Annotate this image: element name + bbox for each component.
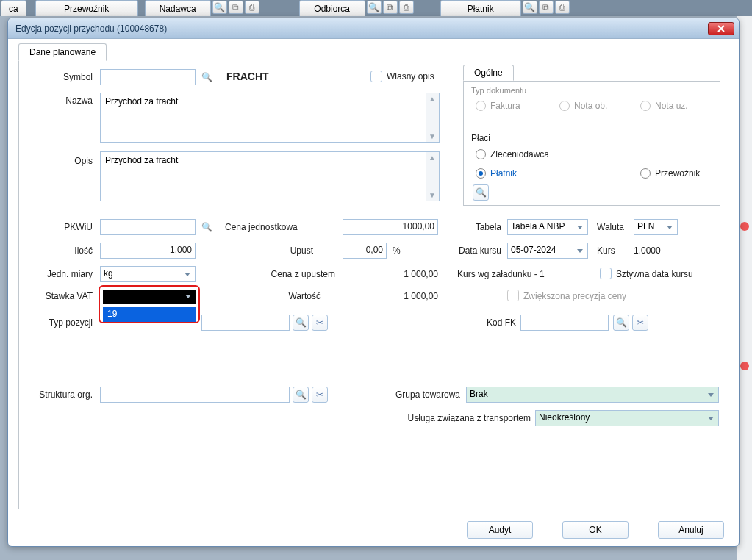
label-percent: % xyxy=(393,245,401,256)
label-zleceniodawca: Zleceniodawca xyxy=(490,149,549,159)
top-tab-nadawca[interactable]: Nadawca xyxy=(145,0,211,16)
value-nazwa: Przychód za fracht xyxy=(105,96,178,107)
input-ilosc[interactable]: 1,000 xyxy=(100,243,196,259)
label-opis: Opis xyxy=(19,156,93,166)
textarea-opis[interactable]: Przychód za fracht ▲ ▼ xyxy=(100,151,440,201)
close-icon xyxy=(717,25,725,32)
radio-przewoznik[interactable] xyxy=(640,168,651,179)
label-symbol: Symbol xyxy=(19,72,93,82)
background-panel xyxy=(737,16,752,560)
value-wartosc: 1 000,00 xyxy=(394,291,438,301)
label-faktura: Faktura xyxy=(490,101,520,111)
radio-platnik[interactable] xyxy=(476,168,486,179)
checkbox-zwiekszona xyxy=(507,290,519,301)
combo-grupa-towarowa[interactable]: Brak xyxy=(466,387,719,403)
value-kurs: 1,0000 xyxy=(634,245,661,256)
value-usluga: Nieokreślony xyxy=(539,412,590,423)
input-struktura[interactable] xyxy=(100,387,290,403)
top-tab-platnik[interactable]: Płatnik xyxy=(440,0,521,16)
platnik-print-icon[interactable]: ⎙ xyxy=(555,1,570,14)
scroll-down-icon[interactable]: ▼ xyxy=(429,132,436,140)
odbiorca-print-icon[interactable]: ⎙ xyxy=(399,1,414,14)
input-symbol[interactable] xyxy=(100,69,196,85)
label-sztywna: Sztywna data kursu xyxy=(616,269,693,279)
combo-stawka-option-19[interactable]: 19 xyxy=(103,307,196,322)
tab-ogolne[interactable]: Ogólne xyxy=(463,65,514,81)
label-struktura: Struktura org. xyxy=(19,390,93,400)
group-placi: Płaci xyxy=(471,133,490,143)
label-tabela: Tabela xyxy=(457,222,501,232)
combo-usluga-transport[interactable]: Nieokreślony xyxy=(535,410,719,426)
input-typ-pozycji[interactable] xyxy=(201,315,290,331)
scroll-down-icon[interactable]: ▼ xyxy=(429,191,436,199)
audyt-button[interactable]: Audyt xyxy=(467,521,533,539)
top-tab-przewoznik[interactable]: Przewoźnik xyxy=(35,0,138,16)
value-tabela: Tabela A NBP xyxy=(511,221,565,231)
label-stawka-vat: Stawka VAT xyxy=(19,291,93,301)
label-kod-fk: Kod FK xyxy=(457,317,516,328)
ok-button[interactable]: OK xyxy=(562,521,629,539)
top-tab-odbiorca[interactable]: Odbiorca xyxy=(299,0,365,16)
label-jedn-miary: Jedn. miary xyxy=(19,269,93,279)
input-upust[interactable]: 0,00 xyxy=(343,243,387,259)
combo-tabela[interactable]: Tabela A NBP xyxy=(507,219,588,235)
scroll-up-icon[interactable]: ▲ xyxy=(429,154,436,162)
checkbox-sztywna[interactable] xyxy=(600,268,612,279)
placi-search-icon[interactable]: 🔍 xyxy=(473,184,489,201)
value-grupa-towarowa: Brak xyxy=(470,389,488,399)
top-tab-partial[interactable]: ca xyxy=(1,0,26,16)
radio-zleceniodawca[interactable] xyxy=(476,149,486,159)
kodfk-cut-icon[interactable]: ✂ xyxy=(632,315,648,331)
kodfk-search-icon[interactable]: 🔍 xyxy=(613,315,629,331)
combo-stawka-vat-open[interactable]: 19 xyxy=(99,285,200,323)
combo-jedn-miary[interactable]: kg xyxy=(100,266,196,282)
label-nazwa: Nazwa xyxy=(19,96,93,106)
label-usluga-transport: Usługa związana z transportem xyxy=(350,413,531,423)
top-tab-partial-text: ca xyxy=(9,4,18,14)
group-typ-dokumentu: Typ dokumentu xyxy=(471,86,526,95)
value-cena-z-upustem: 1 000,00 xyxy=(394,269,438,279)
scroll-up-icon[interactable]: ▲ xyxy=(429,95,436,103)
input-kod-fk[interactable] xyxy=(520,315,609,331)
checkbox-wlasny-opis[interactable] xyxy=(370,71,382,82)
date-data-kursu[interactable]: 05-07-2024 xyxy=(507,243,588,259)
top-tab-platnik-text: Płatnik xyxy=(468,4,494,14)
top-tab-nadawca-text: Nadawca xyxy=(160,4,196,14)
nadawca-copy-icon[interactable]: ⧉ xyxy=(229,1,243,14)
typpoz-cut-icon[interactable]: ✂ xyxy=(312,315,328,331)
anuluj-button[interactable]: Anuluj xyxy=(658,521,724,539)
label-nota-uz: Nota uz. xyxy=(655,101,688,111)
label-grupa-towarowa: Grupa towarowa xyxy=(365,390,460,400)
input-cena-jednostkowa[interactable]: 1000,00 xyxy=(343,219,438,235)
odbiorca-search-icon[interactable]: 🔍 xyxy=(367,1,382,14)
label-platnik: Płatnik xyxy=(490,168,517,179)
struktura-search-icon[interactable]: 🔍 xyxy=(293,387,309,403)
combo-waluta[interactable]: PLN xyxy=(634,219,678,235)
label-wartosc: Wartość xyxy=(225,291,321,301)
label-pkwiu: PKWiU xyxy=(19,222,93,232)
combo-stawka-display[interactable] xyxy=(103,290,196,304)
textarea-nazwa[interactable]: Przychód za fracht ▲ ▼ xyxy=(100,93,440,143)
label-data-kursu: Data kursu xyxy=(445,245,501,256)
label-ilosc: Ilość xyxy=(19,245,93,256)
radio-nota-ob xyxy=(559,101,570,111)
tab-dane-planowane[interactable]: Dane planowane xyxy=(18,43,107,61)
platnik-search-icon[interactable]: 🔍 xyxy=(523,1,537,14)
typpoz-search-icon[interactable]: 🔍 xyxy=(293,315,309,331)
symbol-search-icon[interactable]: 🔍 xyxy=(198,69,215,85)
form-panel: Symbol 🔍 FRACHT Własny opis Nazwa Przych… xyxy=(18,60,728,509)
odbiorca-copy-icon[interactable]: ⧉ xyxy=(383,1,398,14)
input-pkwiu[interactable] xyxy=(100,219,196,235)
label-kurs-wg: Kurs wg załadunku - 1 xyxy=(457,269,545,279)
nadawca-print-icon[interactable]: ⎙ xyxy=(245,1,259,14)
pkwiu-search-icon[interactable]: 🔍 xyxy=(198,219,215,235)
struktura-cut-icon[interactable]: ✂ xyxy=(312,387,328,403)
tab-label: Dane planowane xyxy=(29,47,96,57)
platnik-copy-icon[interactable]: ⧉ xyxy=(539,1,554,14)
nadawca-search-icon[interactable]: 🔍 xyxy=(212,1,227,14)
close-button[interactable] xyxy=(708,22,734,35)
label-cena-jednostkowa: Cena jednostkowa xyxy=(225,222,313,232)
tab-ogolne-text: Ogólne xyxy=(474,68,503,78)
label-przewoznik: Przewoźnik xyxy=(655,168,700,179)
label-upust: Upust xyxy=(225,245,313,256)
